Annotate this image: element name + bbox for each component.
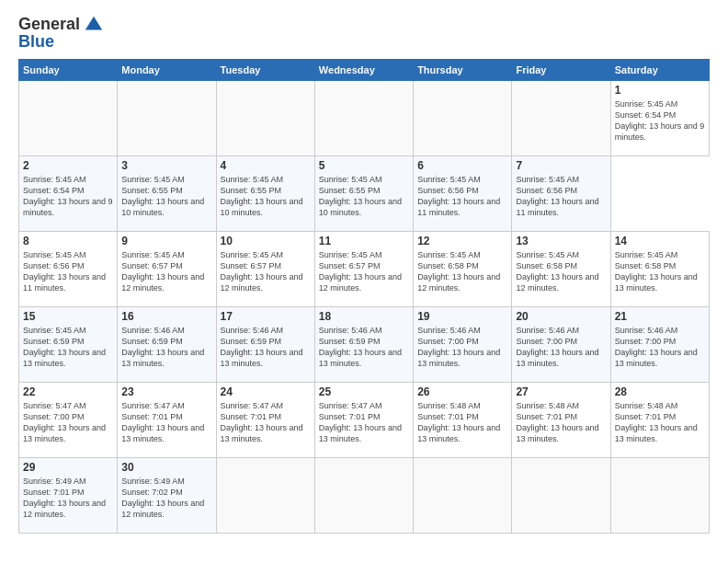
day-number: 4 — [221, 159, 311, 172]
day-cell-13: 13 Sunrise: 5:45 AMSunset: 6:58 PMDaylig… — [512, 232, 610, 307]
day-cell-29: 29 Sunrise: 5:49 AMSunset: 7:01 PMDaylig… — [19, 458, 118, 534]
day-number: 2 — [23, 159, 113, 172]
day-content: Sunrise: 5:48 AMSunset: 7:01 PMDaylight:… — [516, 400, 606, 445]
day-cell-21: 21 Sunrise: 5:46 AMSunset: 7:00 PMDaylig… — [610, 307, 709, 383]
day-content: Sunrise: 5:46 AMSunset: 6:59 PMDaylight:… — [221, 325, 311, 370]
day-cell-19: 19 Sunrise: 5:46 AMSunset: 7:00 PMDaylig… — [414, 307, 512, 383]
week-row-3: 15 Sunrise: 5:45 AMSunset: 6:59 PMDaylig… — [19, 307, 710, 383]
day-content: Sunrise: 5:45 AMSunset: 6:56 PMDaylight:… — [23, 249, 113, 294]
day-content: Sunrise: 5:46 AMSunset: 7:00 PMDaylight:… — [516, 325, 606, 370]
day-content: Sunrise: 5:45 AMSunset: 6:59 PMDaylight:… — [23, 325, 113, 370]
day-number: 30 — [121, 461, 211, 474]
day-content: Sunrise: 5:45 AMSunset: 6:54 PMDaylight:… — [23, 174, 113, 219]
day-content: Sunrise: 5:45 AMSunset: 6:55 PMDaylight:… — [319, 174, 409, 219]
day-cell-23: 23 Sunrise: 5:47 AMSunset: 7:01 PMDaylig… — [118, 383, 216, 458]
day-cell-9: 9 Sunrise: 5:45 AMSunset: 6:57 PMDayligh… — [118, 232, 216, 307]
day-number: 21 — [615, 310, 705, 323]
day-content: Sunrise: 5:47 AMSunset: 7:00 PMDaylight:… — [23, 400, 113, 445]
week-row-4: 22 Sunrise: 5:47 AMSunset: 7:00 PMDaylig… — [19, 383, 710, 458]
day-cell-5: 5 Sunrise: 5:45 AMSunset: 6:55 PMDayligh… — [314, 156, 413, 232]
day-cell-1: 1 Sunrise: 5:45 AMSunset: 6:54 PMDayligh… — [610, 81, 709, 156]
day-number: 20 — [516, 310, 606, 323]
day-number: 14 — [615, 235, 705, 247]
weekday-header-monday: Monday — [118, 60, 216, 81]
week-row-1: 2 Sunrise: 5:45 AMSunset: 6:54 PMDayligh… — [19, 156, 710, 232]
day-cell-3: 3 Sunrise: 5:45 AMSunset: 6:55 PMDayligh… — [118, 156, 216, 232]
svg-marker-0 — [85, 17, 102, 30]
day-cell-25: 25 Sunrise: 5:47 AMSunset: 7:01 PMDaylig… — [314, 383, 413, 458]
weekday-header-friday: Friday — [512, 60, 610, 81]
day-content: Sunrise: 5:45 AMSunset: 6:58 PMDaylight:… — [615, 249, 705, 294]
day-number: 13 — [516, 235, 606, 247]
day-cell-26: 26 Sunrise: 5:48 AMSunset: 7:01 PMDaylig… — [414, 383, 512, 458]
day-number: 27 — [516, 385, 606, 398]
calendar-table: SundayMondayTuesdayWednesdayThursdayFrid… — [18, 59, 710, 534]
empty-cell — [414, 81, 512, 156]
day-content: Sunrise: 5:45 AMSunset: 6:55 PMDaylight:… — [121, 174, 211, 219]
day-cell-22: 22 Sunrise: 5:47 AMSunset: 7:00 PMDaylig… — [19, 383, 118, 458]
day-number: 15 — [23, 310, 113, 323]
week-row-2: 8 Sunrise: 5:45 AMSunset: 6:56 PMDayligh… — [19, 232, 710, 307]
empty-cell — [610, 458, 709, 534]
day-cell-17: 17 Sunrise: 5:46 AMSunset: 6:59 PMDaylig… — [216, 307, 314, 383]
day-cell-11: 11 Sunrise: 5:45 AMSunset: 6:57 PMDaylig… — [314, 232, 413, 307]
empty-cell — [512, 458, 610, 534]
day-content: Sunrise: 5:45 AMSunset: 6:58 PMDaylight:… — [516, 249, 606, 294]
day-cell-4: 4 Sunrise: 5:45 AMSunset: 6:55 PMDayligh… — [216, 156, 314, 232]
day-number: 23 — [121, 385, 211, 398]
header: General Blue — [18, 14, 710, 52]
day-cell-8: 8 Sunrise: 5:45 AMSunset: 6:56 PMDayligh… — [19, 232, 118, 307]
day-content: Sunrise: 5:45 AMSunset: 6:54 PMDaylight:… — [615, 98, 705, 144]
day-cell-28: 28 Sunrise: 5:48 AMSunset: 7:01 PMDaylig… — [610, 383, 709, 458]
weekday-header-wednesday: Wednesday — [314, 60, 413, 81]
day-number: 9 — [121, 235, 211, 247]
day-cell-14: 14 Sunrise: 5:45 AMSunset: 6:58 PMDaylig… — [610, 232, 709, 307]
day-cell-12: 12 Sunrise: 5:45 AMSunset: 6:58 PMDaylig… — [414, 232, 512, 307]
weekday-header-tuesday: Tuesday — [216, 60, 314, 81]
empty-cell — [216, 458, 314, 534]
day-cell-7: 7 Sunrise: 5:45 AMSunset: 6:56 PMDayligh… — [512, 156, 610, 232]
day-content: Sunrise: 5:45 AMSunset: 6:55 PMDaylight:… — [221, 174, 311, 219]
day-number: 3 — [121, 159, 211, 172]
day-number: 28 — [615, 385, 705, 398]
day-content: Sunrise: 5:48 AMSunset: 7:01 PMDaylight:… — [417, 400, 507, 445]
day-number: 24 — [221, 385, 311, 398]
day-content: Sunrise: 5:47 AMSunset: 7:01 PMDaylight:… — [221, 400, 311, 445]
logo-triangle-icon — [84, 14, 104, 34]
weekday-header-saturday: Saturday — [610, 60, 709, 81]
logo-general-text: General — [18, 15, 80, 34]
day-number: 22 — [23, 385, 113, 398]
day-content: Sunrise: 5:45 AMSunset: 6:57 PMDaylight:… — [319, 249, 409, 294]
day-cell-15: 15 Sunrise: 5:45 AMSunset: 6:59 PMDaylig… — [19, 307, 118, 383]
week-row-0: 1 Sunrise: 5:45 AMSunset: 6:54 PMDayligh… — [19, 81, 710, 156]
day-cell-16: 16 Sunrise: 5:46 AMSunset: 6:59 PMDaylig… — [118, 307, 216, 383]
day-number: 12 — [417, 235, 507, 247]
weekday-header-row: SundayMondayTuesdayWednesdayThursdayFrid… — [19, 60, 710, 81]
logo: General Blue — [18, 14, 104, 52]
day-number: 11 — [319, 235, 409, 247]
logo-blue-text: Blue — [18, 32, 54, 52]
day-cell-2: 2 Sunrise: 5:45 AMSunset: 6:54 PMDayligh… — [19, 156, 118, 232]
day-content: Sunrise: 5:48 AMSunset: 7:01 PMDaylight:… — [615, 400, 705, 445]
empty-cell — [314, 458, 413, 534]
day-content: Sunrise: 5:49 AMSunset: 7:02 PMDaylight:… — [121, 476, 211, 521]
day-number: 18 — [319, 310, 409, 323]
empty-cell — [118, 81, 216, 156]
empty-cell — [216, 81, 314, 156]
day-cell-10: 10 Sunrise: 5:45 AMSunset: 6:57 PMDaylig… — [216, 232, 314, 307]
day-number: 16 — [121, 310, 211, 323]
day-content: Sunrise: 5:45 AMSunset: 6:57 PMDaylight:… — [121, 249, 211, 294]
day-content: Sunrise: 5:46 AMSunset: 7:00 PMDaylight:… — [615, 325, 705, 370]
day-number: 19 — [417, 310, 507, 323]
day-number: 25 — [319, 385, 409, 398]
day-content: Sunrise: 5:49 AMSunset: 7:01 PMDaylight:… — [23, 476, 113, 521]
day-number: 6 — [417, 159, 507, 172]
day-cell-20: 20 Sunrise: 5:46 AMSunset: 7:00 PMDaylig… — [512, 307, 610, 383]
day-content: Sunrise: 5:45 AMSunset: 6:58 PMDaylight:… — [417, 249, 507, 294]
day-number: 1 — [615, 84, 705, 97]
empty-cell — [512, 81, 610, 156]
weekday-header-sunday: Sunday — [19, 60, 118, 81]
day-cell-27: 27 Sunrise: 5:48 AMSunset: 7:01 PMDaylig… — [512, 383, 610, 458]
day-content: Sunrise: 5:47 AMSunset: 7:01 PMDaylight:… — [121, 400, 211, 445]
day-number: 29 — [23, 461, 113, 474]
